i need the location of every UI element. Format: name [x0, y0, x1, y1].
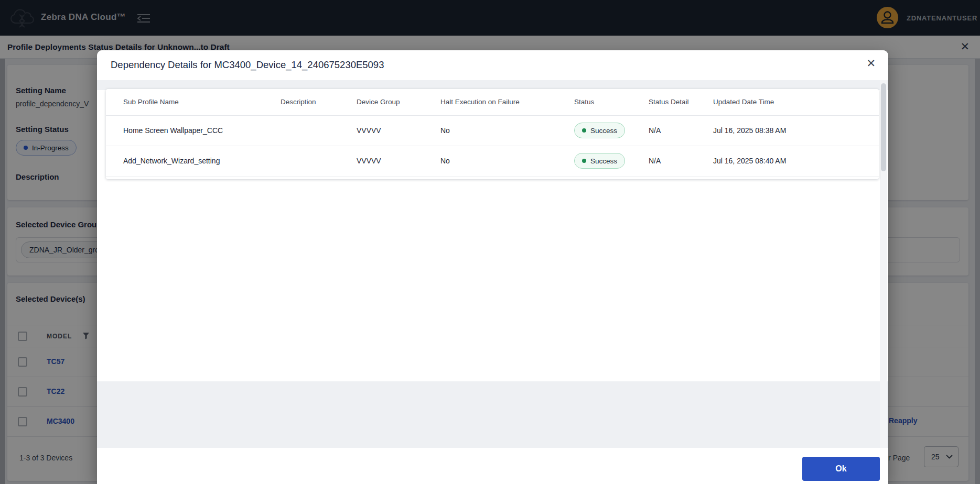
col-sub-profile-name: Sub Profile Name — [106, 89, 263, 115]
ok-button[interactable]: Ok — [802, 457, 880, 481]
cell-status: Success — [557, 146, 631, 176]
dependency-details-modal: Dependency Details for MC3400_Device_14_… — [97, 50, 888, 484]
cell-description — [263, 146, 339, 176]
cell-halt: No — [423, 146, 557, 176]
col-status-detail: Status Detail — [631, 89, 696, 115]
table-row: Add_Network_Wizard_setting VVVVV No Succ… — [106, 146, 879, 176]
status-badge-label: Success — [590, 127, 617, 135]
col-description: Description — [263, 89, 339, 115]
green-dot-icon — [582, 128, 586, 133]
cell-sub-profile-name: Add_Network_Wizard_setting — [106, 146, 263, 176]
cell-status-detail: N/A — [631, 115, 696, 146]
status-badge-label: Success — [590, 157, 617, 165]
modal-body-band-bottom — [97, 381, 888, 448]
dependency-table-card: Sub Profile Name Description Device Grou… — [106, 89, 879, 179]
col-status: Status — [557, 89, 631, 115]
screen: Zebra DNA Cloud™ ZDNATENANTUSER Profile … — [0, 0, 980, 484]
status-badge-success: Success — [574, 153, 625, 169]
col-halt-execution: Halt Execution on Failure — [423, 89, 557, 115]
cell-updated: Jul 16, 2025 08:38 AM — [696, 115, 879, 146]
modal-title: Dependency Details for MC3400_Device_14_… — [111, 59, 384, 71]
dependency-table: Sub Profile Name Description Device Grou… — [106, 89, 879, 177]
modal-close-icon[interactable]: ✕ — [866, 58, 876, 69]
cell-status: Success — [557, 115, 631, 146]
table-row: Home Screen Wallpaper_CCC VVVVV No Succe… — [106, 115, 879, 146]
modal-footer: Ok — [97, 448, 888, 484]
cell-description — [263, 115, 339, 146]
cell-halt: No — [423, 115, 557, 146]
col-updated-date-time: Updated Date Time — [696, 89, 879, 115]
cell-device-group: VVVVV — [339, 115, 423, 146]
dependency-table-header-row: Sub Profile Name Description Device Grou… — [106, 89, 879, 115]
modal-scrollbar-track[interactable] — [880, 80, 887, 448]
modal-header: Dependency Details for MC3400_Device_14_… — [97, 50, 888, 80]
status-badge-success: Success — [574, 123, 625, 138]
cell-sub-profile-name: Home Screen Wallpaper_CCC — [106, 115, 263, 146]
modal-scrollbar-thumb[interactable] — [881, 83, 886, 171]
cell-device-group: VVVVV — [339, 146, 423, 176]
cell-updated: Jul 16, 2025 08:40 AM — [696, 146, 879, 176]
green-dot-icon — [582, 159, 586, 163]
cell-status-detail: N/A — [631, 146, 696, 176]
col-device-group: Device Group — [339, 89, 423, 115]
